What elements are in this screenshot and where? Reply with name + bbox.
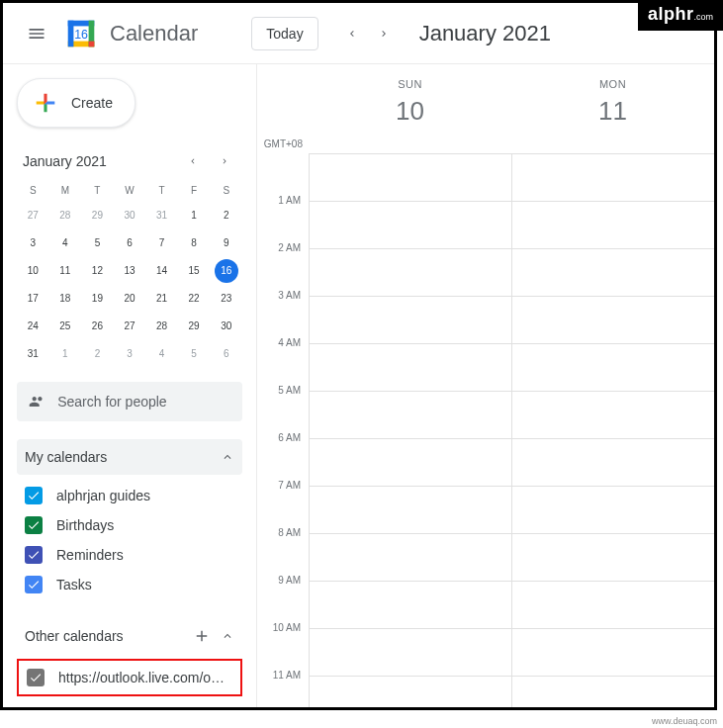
mini-cal-day[interactable]: 21	[150, 287, 174, 311]
hour-cell[interactable]	[511, 344, 714, 391]
hour-cell[interactable]	[511, 487, 714, 533]
mini-cal-day[interactable]: 3	[118, 342, 141, 366]
checkbox-icon[interactable]	[25, 546, 43, 564]
mini-cal-day[interactable]: 1	[182, 204, 206, 228]
calendar-item[interactable]: alphrjan guides	[17, 481, 242, 510]
hour-cell[interactable]	[309, 202, 511, 248]
mini-cal-day[interactable]: 9	[215, 231, 238, 255]
calendar-item[interactable]: Reminders	[17, 540, 242, 570]
mini-cal-day[interactable]: 27	[118, 315, 141, 338]
hour-cell[interactable]	[309, 629, 511, 676]
mini-cal-day[interactable]: 12	[85, 259, 109, 283]
mini-cal-day[interactable]: 19	[85, 287, 109, 311]
mini-cal-day[interactable]: 16	[215, 259, 238, 283]
mini-cal-day[interactable]: 31	[21, 342, 45, 366]
hour-row: 11 AM	[257, 676, 714, 707]
prev-period-button[interactable]	[336, 18, 368, 49]
my-calendars-toggle[interactable]: My calendars	[17, 439, 242, 475]
hour-cell[interactable]	[511, 297, 714, 343]
hour-cell[interactable]	[511, 154, 714, 201]
plus-icon	[32, 89, 59, 117]
hour-cell[interactable]	[511, 202, 714, 248]
hour-cell[interactable]	[309, 154, 511, 201]
mini-cal-day[interactable]: 6	[118, 231, 141, 255]
checkbox-icon[interactable]	[25, 487, 43, 504]
day-of-week: SUN	[309, 78, 511, 90]
mini-cal-day[interactable]: 25	[53, 315, 77, 338]
chevron-up-icon	[221, 450, 234, 464]
mini-cal-day[interactable]: 18	[53, 287, 77, 311]
hour-cell[interactable]	[309, 297, 511, 343]
checkbox-icon[interactable]	[27, 669, 45, 686]
calendar-item[interactable]: Birthdays	[17, 510, 242, 540]
hour-cell[interactable]	[511, 392, 714, 438]
mini-cal-day[interactable]: 28	[150, 315, 174, 338]
hour-cell[interactable]	[511, 249, 714, 296]
plus-icon[interactable]	[193, 627, 211, 645]
mini-cal-day[interactable]: 2	[215, 204, 238, 228]
day-header[interactable]: SUN10	[309, 64, 511, 153]
calendar-item-label: https://outlook.live.com/o…	[58, 670, 225, 685]
mini-cal-day[interactable]: 8	[182, 231, 206, 255]
mini-cal-day[interactable]: 31	[150, 204, 174, 228]
mini-cal-day[interactable]: 28	[53, 204, 77, 228]
calendar-item[interactable]: https://outlook.live.com/o…	[23, 663, 236, 692]
mini-cal-day[interactable]: 23	[215, 287, 238, 311]
hour-row: 4 AM	[257, 343, 714, 391]
search-people-input[interactable]	[57, 394, 230, 410]
mini-cal-day[interactable]: 24	[21, 315, 45, 338]
search-people[interactable]	[17, 382, 242, 421]
mini-cal-day[interactable]: 1	[53, 342, 77, 366]
calendar-item[interactable]: Tasks	[17, 570, 242, 599]
mini-cal-next[interactable]	[213, 149, 236, 173]
mini-cal-day[interactable]: 6	[215, 342, 238, 366]
checkbox-icon[interactable]	[25, 576, 43, 593]
mini-cal-day[interactable]: 5	[85, 231, 109, 255]
mini-cal-day[interactable]: 20	[118, 287, 141, 311]
calendar-item-label: Reminders	[56, 547, 124, 563]
mini-cal-dow: S	[210, 179, 242, 202]
hour-cell[interactable]	[309, 439, 511, 486]
mini-cal-day[interactable]: 13	[118, 259, 141, 283]
hour-cell[interactable]	[511, 534, 714, 581]
mini-cal-day[interactable]: 26	[85, 315, 109, 338]
hour-cell[interactable]	[309, 344, 511, 391]
mini-cal-day[interactable]: 2	[85, 342, 109, 366]
hour-cell[interactable]	[511, 582, 714, 628]
main-menu-button[interactable]	[17, 14, 56, 53]
mini-cal-day[interactable]: 17	[21, 287, 45, 311]
mini-cal-day[interactable]: 27	[21, 204, 45, 228]
hour-cell[interactable]	[309, 582, 511, 628]
mini-cal-day[interactable]: 5	[182, 342, 206, 366]
mini-cal-day[interactable]: 11	[53, 259, 77, 283]
hour-cell[interactable]	[309, 249, 511, 296]
mini-cal-day[interactable]: 30	[215, 315, 238, 338]
hour-cell[interactable]	[309, 677, 511, 707]
hour-cell[interactable]	[511, 439, 714, 486]
mini-cal-day[interactable]: 29	[85, 204, 109, 228]
day-header[interactable]: MON11	[511, 64, 714, 153]
hour-cell[interactable]	[309, 487, 511, 533]
today-button[interactable]: Today	[251, 17, 317, 50]
mini-cal-day[interactable]: 15	[182, 259, 206, 283]
create-button[interactable]: Create	[17, 78, 136, 128]
other-calendars-toggle[interactable]: Other calendars	[17, 617, 242, 655]
calendar-item-label: Tasks	[56, 577, 92, 592]
hour-row	[257, 153, 714, 201]
hour-cell[interactable]	[309, 534, 511, 581]
hour-cell[interactable]	[511, 629, 714, 676]
mini-cal-day[interactable]: 10	[21, 259, 45, 283]
mini-cal-day[interactable]: 4	[150, 342, 174, 366]
mini-cal-day[interactable]: 22	[182, 287, 206, 311]
mini-cal-day[interactable]: 3	[21, 231, 45, 255]
mini-cal-day[interactable]: 14	[150, 259, 174, 283]
checkbox-icon[interactable]	[25, 516, 43, 534]
mini-cal-day[interactable]: 4	[53, 231, 77, 255]
mini-cal-day[interactable]: 29	[182, 315, 206, 338]
next-period-button[interactable]	[368, 18, 400, 49]
hour-cell[interactable]	[511, 677, 714, 707]
mini-cal-prev[interactable]	[181, 149, 205, 173]
mini-cal-day[interactable]: 30	[118, 204, 141, 228]
mini-cal-day[interactable]: 7	[150, 231, 174, 255]
hour-cell[interactable]	[309, 392, 511, 438]
